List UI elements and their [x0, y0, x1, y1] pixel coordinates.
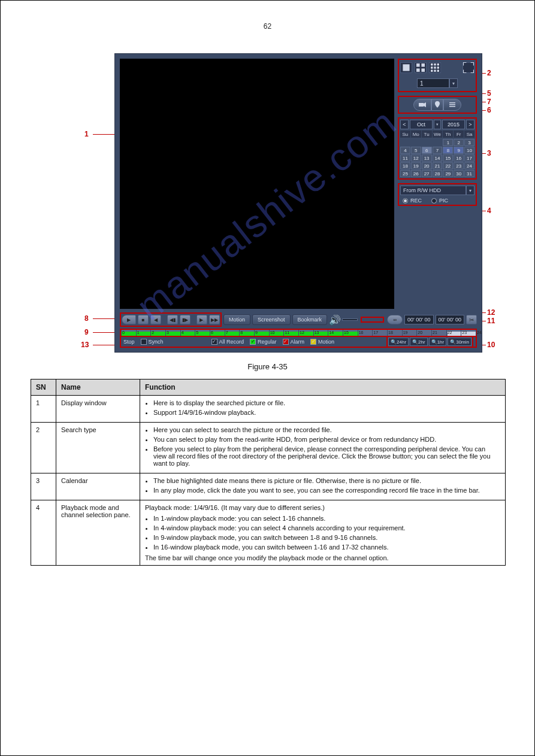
source-box: From R/W HDD ▾ REC PIC: [398, 183, 477, 206]
cal-day[interactable]: 29: [443, 170, 453, 177]
cal-day[interactable]: 9: [454, 147, 464, 154]
slow-button[interactable]: ▶.: [197, 315, 207, 324]
zoom-level-group: 🔍24hr 🔍2hr 🔍1hr 🔍30min: [386, 336, 473, 348]
annotation-11: 11: [487, 317, 495, 325]
layout-1x1-button[interactable]: [400, 62, 412, 73]
cal-dayhead: Th: [443, 130, 453, 138]
motion-checkbox[interactable]: ✓Motion: [310, 339, 334, 345]
layout-3x3-button[interactable]: [429, 62, 441, 73]
cal-day[interactable]: 30: [454, 170, 464, 177]
annotated-screenshot: 1 8 9 13 2 5 7 6 3 4 12 11 10: [114, 53, 482, 353]
cal-day[interactable]: 26: [411, 170, 421, 177]
cal-day[interactable]: 22: [443, 162, 453, 169]
svg-rect-4: [421, 68, 425, 72]
channel-select[interactable]: 1 ▾: [400, 77, 474, 90]
table-row: 3CalendarThe blue highlighted date means…: [31, 473, 506, 500]
reverse-play-button[interactable]: ◀: [150, 315, 161, 324]
transport-group: ▶ ■ ◀ ◀▮ ▮▶ ▶. ▶▶: [120, 312, 222, 327]
cal-day[interactable]: 7: [433, 147, 443, 154]
video-display-area[interactable]: [120, 59, 394, 309]
checkbox-yellow-icon: ✓: [310, 339, 316, 345]
cal-day[interactable]: 10: [464, 147, 474, 154]
cal-next-button[interactable]: >: [466, 120, 474, 129]
synch-checkbox[interactable]: Synch: [141, 339, 164, 345]
cal-day[interactable]: 18: [400, 162, 410, 169]
source-select[interactable]: From R/W HDD: [400, 186, 466, 195]
svg-rect-8: [431, 66, 433, 69]
cal-day[interactable]: 15: [443, 154, 453, 162]
clip-button[interactable]: ✂: [466, 315, 477, 324]
cal-day[interactable]: 20: [422, 162, 432, 169]
zoom-30min-button[interactable]: 🔍30min: [448, 338, 471, 346]
stop-button[interactable]: ■: [138, 315, 149, 324]
cal-prev-button[interactable]: <: [400, 120, 409, 129]
cal-day[interactable]: 5: [411, 147, 421, 154]
cal-day[interactable]: 21: [433, 162, 443, 169]
axis-toggle-button[interactable]: ∞: [387, 315, 403, 324]
cal-day[interactable]: 12: [411, 154, 421, 162]
list-icon-button[interactable]: [443, 99, 461, 111]
cal-day[interactable]: 8: [443, 147, 453, 154]
channel-value[interactable]: 1: [417, 78, 449, 88]
cal-day[interactable]: 16: [454, 154, 464, 162]
cal-day[interactable]: 3: [464, 139, 474, 146]
volume-control[interactable]: 🔊: [329, 314, 358, 326]
screenshot-button[interactable]: Screenshot: [252, 314, 291, 325]
annotation-2: 2: [487, 69, 491, 77]
cal-dayhead: Mo: [411, 130, 421, 138]
step-back-button[interactable]: ◀▮: [167, 315, 178, 324]
bookmark-button[interactable]: Bookmark: [292, 314, 328, 325]
cal-day[interactable]: 28: [433, 170, 443, 177]
cell-name: Search type: [56, 423, 140, 473]
cal-day[interactable]: 6: [422, 147, 432, 154]
cal-day[interactable]: 4: [400, 147, 410, 154]
layout-2x2-button[interactable]: [415, 62, 427, 73]
zoom-24hr-button[interactable]: 🔍24hr: [388, 338, 409, 346]
channel-dropdown-icon[interactable]: ▾: [449, 78, 458, 88]
cal-day[interactable]: 14: [433, 154, 443, 162]
step-forward-button[interactable]: ▮▶: [180, 315, 191, 324]
table-row: 2Search typeHere you can select to searc…: [31, 423, 506, 473]
pic-radio[interactable]: PIC: [431, 198, 448, 204]
cal-dayhead: Sa: [464, 130, 474, 138]
cell-sn: 3: [31, 473, 56, 500]
marker-icon-button[interactable]: [431, 99, 443, 111]
checkbox-empty-icon: [141, 339, 147, 345]
fast-button[interactable]: ▶▶: [209, 315, 220, 324]
reference-table: SN Name Function 1Display windowHere is …: [31, 379, 506, 566]
page-number: 62: [1, 22, 534, 31]
fullscreen-button[interactable]: [463, 62, 474, 73]
cal-day[interactable]: 27: [422, 170, 432, 177]
cal-day[interactable]: 25: [400, 170, 410, 177]
cal-month[interactable]: Oct: [410, 120, 433, 129]
cal-day[interactable]: 13: [422, 154, 432, 162]
cal-day[interactable]: 17: [464, 154, 474, 162]
zoom-bar-placeholder: [361, 317, 384, 323]
svg-rect-3: [416, 68, 420, 72]
zoom-1hr-button[interactable]: 🔍1hr: [429, 338, 447, 346]
svg-rect-16: [449, 102, 455, 104]
zoom-2hr-button[interactable]: 🔍2hr: [410, 338, 428, 346]
camera-icon-button[interactable]: [413, 99, 431, 111]
cal-day[interactable]: 31: [464, 170, 474, 177]
motion-button[interactable]: Motion: [223, 314, 250, 325]
cal-day[interactable]: 2: [454, 139, 464, 146]
source-dropdown-icon[interactable]: ▾: [466, 186, 474, 195]
svg-rect-14: [419, 103, 424, 107]
play-button[interactable]: ▶: [122, 315, 136, 324]
cal-day[interactable]: 11: [400, 154, 410, 162]
svg-rect-2: [421, 63, 425, 67]
time-start: 00' 00' 00: [404, 315, 433, 324]
cal-year[interactable]: 2015: [442, 120, 465, 129]
document-page: 62 1 8 9 13 2 5 7 6 3 4 12 11 10: [0, 0, 535, 756]
regular-checkbox[interactable]: ✓Regular: [250, 339, 277, 345]
cal-day[interactable]: 23: [454, 162, 464, 169]
all-record-checkbox[interactable]: ✓All Record: [211, 339, 244, 345]
layout-channel-box: 1 ▾: [398, 59, 477, 92]
cal-day[interactable]: 1: [443, 139, 453, 146]
cal-day[interactable]: 24: [464, 162, 474, 169]
alarm-checkbox[interactable]: ✓Alarm: [283, 339, 305, 345]
cal-day[interactable]: 19: [411, 162, 421, 169]
cal-month-dropdown-icon[interactable]: ▾: [434, 120, 441, 129]
rec-radio[interactable]: REC: [403, 198, 422, 204]
